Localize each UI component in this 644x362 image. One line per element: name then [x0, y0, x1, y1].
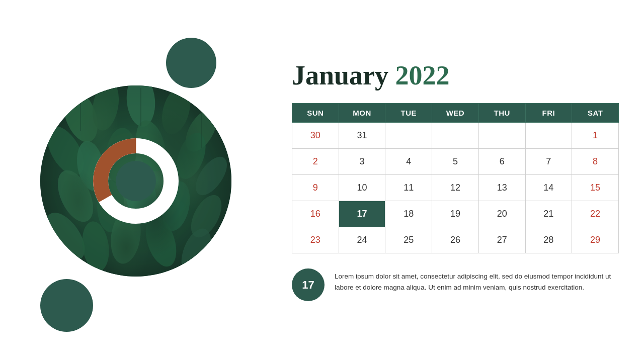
year-label: 2022	[395, 60, 450, 90]
calendar-cell-2-4: 5	[432, 149, 479, 175]
header-wed: WED	[432, 104, 479, 123]
calendar-week-5: 23242526272829	[292, 227, 619, 253]
calendar-cell-1-6	[525, 123, 572, 149]
header-thu: THU	[478, 104, 525, 123]
calendar-cell-5-2: 24	[339, 227, 385, 253]
header-tue: TUE	[385, 104, 432, 123]
calendar-week-3: 9101112131415	[292, 175, 619, 201]
calendar-cell-4-3: 18	[385, 201, 432, 227]
calendar-header-row: SUN MON TUE WED THU FRI SAT	[292, 104, 619, 123]
calendar-cell-2-3: 4	[385, 149, 432, 175]
calendar-cell-3-4: 12	[432, 175, 479, 201]
calendar-cell-4-1: 16	[292, 201, 339, 227]
right-panel: January 2022 SUN MON TUE WED THU FRI SAT…	[272, 0, 644, 362]
calendar-cell-2-6: 7	[525, 149, 572, 175]
note-badge-number: 17	[302, 279, 314, 292]
svg-point-3	[157, 85, 195, 137]
svg-point-5	[40, 120, 91, 182]
calendar-cell-2-7: 8	[572, 149, 619, 175]
calendar-cell-1-2: 31	[339, 123, 385, 149]
calendar-cell-5-4: 26	[432, 227, 479, 253]
calendar-cell-3-2: 10	[339, 175, 385, 201]
svg-point-20	[176, 224, 217, 277]
bottom-note: 17 Lorem ipsum dolor sit amet, consectet…	[292, 268, 619, 301]
calendar-week-1: 30311	[292, 123, 619, 149]
calendar-cell-5-7: 29	[572, 227, 619, 253]
decorative-circle-bottom	[40, 279, 93, 332]
page: January 2022 SUN MON TUE WED THU FRI SAT…	[0, 0, 644, 362]
calendar-cell-3-3: 11	[385, 175, 432, 201]
calendar-title: January 2022	[292, 61, 619, 90]
calendar-cell-5-3: 25	[385, 227, 432, 253]
calendar-table: SUN MON TUE WED THU FRI SAT 303112345678…	[292, 103, 619, 253]
decorative-circle-top	[166, 38, 216, 88]
calendar-cell-2-5: 6	[478, 149, 525, 175]
calendar-week-4: 16171819202122	[292, 201, 619, 227]
calendar-cell-1-1: 30	[292, 123, 339, 149]
calendar-cell-1-5	[478, 123, 525, 149]
calendar-cell-1-4	[432, 123, 479, 149]
header-fri: FRI	[525, 104, 572, 123]
note-badge: 17	[292, 268, 325, 301]
header-mon: MON	[339, 104, 385, 123]
svg-point-26	[116, 161, 156, 201]
calendar-cell-2-2: 3	[339, 149, 385, 175]
calendar-cell-4-2: 17	[339, 201, 385, 227]
month-label: January	[292, 60, 388, 90]
calendar-week-2: 2345678	[292, 149, 619, 175]
calendar-cell-1-7: 1	[572, 123, 619, 149]
calendar-cell-3-5: 13	[478, 175, 525, 201]
calendar-cell-3-1: 9	[292, 175, 339, 201]
calendar-cell-4-5: 20	[478, 201, 525, 227]
calendar-cell-5-6: 28	[525, 227, 572, 253]
calendar-cell-5-5: 27	[478, 227, 525, 253]
calendar-cell-1-3	[385, 123, 432, 149]
calendar-cell-5-1: 23	[292, 227, 339, 253]
header-sat: SAT	[572, 104, 619, 123]
calendar-cell-3-7: 15	[572, 175, 619, 201]
calendar-cell-4-6: 21	[525, 201, 572, 227]
svg-point-16	[40, 206, 93, 267]
calendar-cell-4-4: 19	[432, 201, 479, 227]
calendar-cell-3-6: 14	[525, 175, 572, 201]
svg-point-10	[190, 151, 231, 200]
svg-point-15	[185, 190, 228, 242]
donut-chart	[86, 131, 186, 231]
svg-point-1	[89, 85, 123, 133]
svg-point-2	[125, 85, 157, 128]
note-text: Lorem ipsum dolor sit amet, consectetur …	[335, 268, 619, 293]
calendar-cell-2-1: 2	[292, 149, 339, 175]
calendar-cell-4-7: 22	[572, 201, 619, 227]
header-sun: SUN	[292, 104, 339, 123]
left-panel	[0, 0, 272, 362]
